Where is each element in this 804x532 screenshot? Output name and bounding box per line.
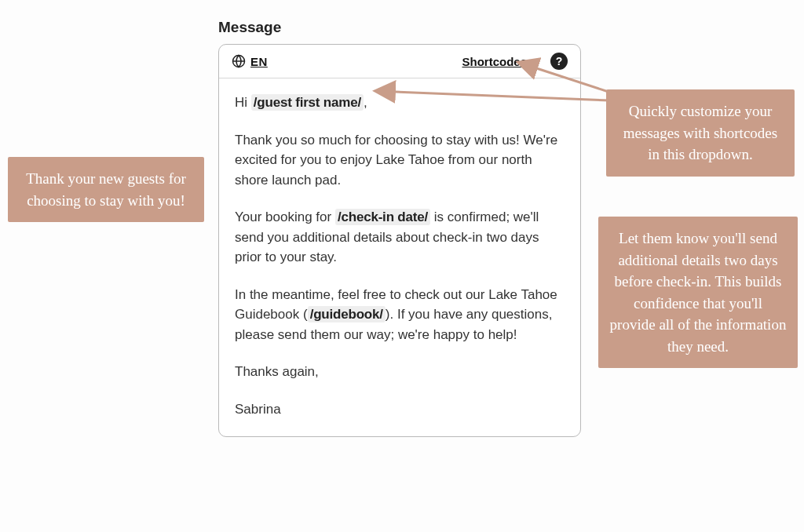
closing-line: Thanks again, [235,362,565,382]
language-button[interactable]: EN [232,54,268,68]
shortcode-guidebook[interactable]: /guidebook/ [308,306,386,322]
message-title: Message [218,19,581,36]
signature-line: Sabrina [235,399,565,420]
globe-icon [232,54,246,68]
shortcodes-label: Shortcodes [462,55,527,68]
greeting-suffix: , [364,95,367,110]
paragraph-booking: Your booking for /check-in date/ is conf… [235,207,565,268]
callout-thank-guests: Thank your new guests for choosing to st… [8,157,204,222]
greeting-line: Hi /guest first name/, [235,93,565,113]
callout-shortcodes: Quickly customize your messages with sho… [606,89,795,177]
help-icon[interactable]: ? [550,53,568,70]
paragraph-thankyou: Thank you so much for choosing to stay w… [235,130,565,191]
message-box: EN Shortcodes ? Hi /guest first name/, [218,44,581,437]
message-toolbar: EN Shortcodes ? [219,45,580,78]
shortcode-guest-first-name[interactable]: /guest first name/ [251,94,364,111]
shortcode-checkin-date[interactable]: /check-in date/ [335,209,430,225]
greeting-prefix: Hi [235,95,251,110]
message-textarea[interactable]: Hi /guest first name/, Thank you so much… [219,78,580,436]
callout-details: Let them know you'll send additional det… [598,217,798,368]
paragraph-guidebook: In the meantime, feel free to check out … [235,285,565,345]
language-code: EN [250,55,268,68]
chevron-down-icon [532,56,543,67]
p2-a: Your booking for [235,210,335,224]
shortcodes-dropdown[interactable]: Shortcodes [462,55,543,68]
